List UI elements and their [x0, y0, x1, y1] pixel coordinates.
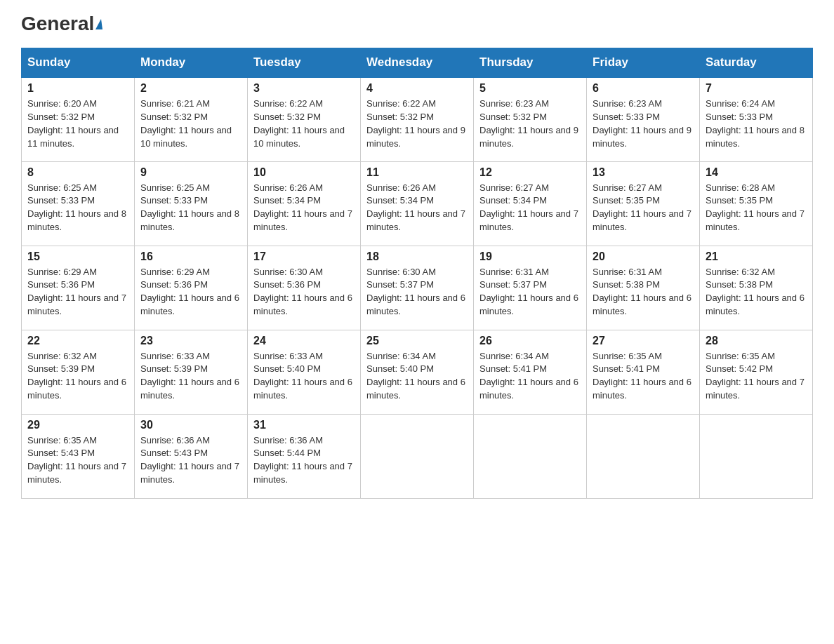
- calendar-cell: 27 Sunrise: 6:35 AMSunset: 5:41 PMDaylig…: [587, 330, 700, 414]
- calendar-week-row: 29 Sunrise: 6:35 AMSunset: 5:43 PMDaylig…: [22, 414, 813, 498]
- day-info: Sunrise: 6:24 AMSunset: 5:33 PMDaylight:…: [706, 98, 805, 149]
- calendar-cell: 2 Sunrise: 6:21 AMSunset: 5:32 PMDayligh…: [135, 77, 248, 161]
- calendar-cell: 28 Sunrise: 6:35 AMSunset: 5:42 PMDaylig…: [700, 330, 813, 414]
- day-info: Sunrise: 6:36 AMSunset: 5:44 PMDaylight:…: [253, 435, 352, 485]
- calendar-cell: 6 Sunrise: 6:23 AMSunset: 5:33 PMDayligh…: [587, 77, 700, 161]
- day-number: 7: [706, 82, 807, 95]
- day-number: 9: [140, 166, 241, 179]
- calendar-cell: 19 Sunrise: 6:31 AMSunset: 5:37 PMDaylig…: [474, 246, 587, 330]
- day-info: Sunrise: 6:31 AMSunset: 5:37 PMDaylight:…: [479, 267, 578, 317]
- calendar-week-row: 8 Sunrise: 6:25 AMSunset: 5:33 PMDayligh…: [22, 161, 813, 246]
- day-info: Sunrise: 6:26 AMSunset: 5:34 PMDaylight:…: [366, 182, 465, 233]
- day-info: Sunrise: 6:20 AMSunset: 5:32 PMDaylight:…: [27, 98, 119, 149]
- calendar-cell: 17 Sunrise: 6:30 AMSunset: 5:36 PMDaylig…: [248, 246, 361, 330]
- day-info: Sunrise: 6:22 AMSunset: 5:32 PMDaylight:…: [253, 98, 345, 149]
- calendar-cell: 20 Sunrise: 6:31 AMSunset: 5:38 PMDaylig…: [587, 246, 700, 330]
- page-header: General: [21, 14, 813, 35]
- day-info: Sunrise: 6:27 AMSunset: 5:34 PMDaylight:…: [479, 182, 578, 233]
- calendar-cell: 22 Sunrise: 6:32 AMSunset: 5:39 PMDaylig…: [22, 330, 135, 414]
- day-info: Sunrise: 6:31 AMSunset: 5:38 PMDaylight:…: [593, 267, 691, 317]
- col-header-friday: Friday: [587, 48, 700, 78]
- calendar-cell: 14 Sunrise: 6:28 AMSunset: 5:35 PMDaylig…: [700, 161, 813, 246]
- day-info: Sunrise: 6:35 AMSunset: 5:41 PMDaylight:…: [593, 351, 691, 401]
- day-number: 22: [27, 335, 128, 347]
- day-info: Sunrise: 6:22 AMSunset: 5:32 PMDaylight:…: [366, 98, 465, 149]
- calendar-cell: [361, 414, 474, 498]
- calendar-cell: 30 Sunrise: 6:36 AMSunset: 5:43 PMDaylig…: [135, 414, 248, 498]
- day-number: 17: [253, 250, 355, 263]
- day-info: Sunrise: 6:35 AMSunset: 5:43 PMDaylight:…: [27, 435, 126, 485]
- day-info: Sunrise: 6:21 AMSunset: 5:32 PMDaylight:…: [140, 98, 232, 149]
- day-number: 23: [140, 335, 241, 347]
- day-number: 24: [253, 335, 355, 347]
- day-number: 30: [140, 419, 241, 431]
- day-info: Sunrise: 6:27 AMSunset: 5:35 PMDaylight:…: [593, 182, 691, 233]
- day-number: 27: [593, 335, 694, 347]
- day-number: 11: [366, 166, 468, 179]
- day-number: 18: [366, 250, 468, 263]
- day-info: Sunrise: 6:30 AMSunset: 5:37 PMDaylight:…: [366, 267, 465, 317]
- calendar-header-row: SundayMondayTuesdayWednesdayThursdayFrid…: [22, 48, 813, 78]
- col-header-monday: Monday: [135, 48, 248, 78]
- day-number: 13: [593, 166, 694, 179]
- day-info: Sunrise: 6:25 AMSunset: 5:33 PMDaylight:…: [140, 182, 239, 233]
- calendar-cell: [587, 414, 700, 498]
- calendar-cell: 9 Sunrise: 6:25 AMSunset: 5:33 PMDayligh…: [135, 161, 248, 246]
- calendar-table: SundayMondayTuesdayWednesdayThursdayFrid…: [21, 48, 813, 499]
- calendar-cell: 1 Sunrise: 6:20 AMSunset: 5:32 PMDayligh…: [22, 77, 135, 161]
- day-number: 25: [366, 335, 468, 347]
- calendar-cell: 24 Sunrise: 6:33 AMSunset: 5:40 PMDaylig…: [248, 330, 361, 414]
- calendar-cell: 29 Sunrise: 6:35 AMSunset: 5:43 PMDaylig…: [22, 414, 135, 498]
- day-number: 31: [253, 419, 355, 431]
- day-number: 6: [593, 82, 694, 95]
- day-info: Sunrise: 6:29 AMSunset: 5:36 PMDaylight:…: [27, 267, 126, 317]
- day-number: 10: [253, 166, 355, 179]
- day-info: Sunrise: 6:34 AMSunset: 5:41 PMDaylight:…: [479, 351, 578, 401]
- day-number: 26: [479, 335, 581, 347]
- calendar-cell: 10 Sunrise: 6:26 AMSunset: 5:34 PMDaylig…: [248, 161, 361, 246]
- logo-line1: General: [21, 14, 102, 34]
- day-info: Sunrise: 6:32 AMSunset: 5:39 PMDaylight:…: [27, 351, 126, 401]
- calendar-week-row: 22 Sunrise: 6:32 AMSunset: 5:39 PMDaylig…: [22, 330, 813, 414]
- calendar-cell: 25 Sunrise: 6:34 AMSunset: 5:40 PMDaylig…: [361, 330, 474, 414]
- calendar-cell: 21 Sunrise: 6:32 AMSunset: 5:38 PMDaylig…: [700, 246, 813, 330]
- calendar-cell: 5 Sunrise: 6:23 AMSunset: 5:32 PMDayligh…: [474, 77, 587, 161]
- day-number: 1: [27, 82, 128, 95]
- day-number: 2: [140, 82, 241, 95]
- day-info: Sunrise: 6:28 AMSunset: 5:35 PMDaylight:…: [706, 182, 805, 233]
- calendar-cell: 16 Sunrise: 6:29 AMSunset: 5:36 PMDaylig…: [135, 246, 248, 330]
- logo: General: [21, 14, 102, 35]
- calendar-cell: 11 Sunrise: 6:26 AMSunset: 5:34 PMDaylig…: [361, 161, 474, 246]
- day-info: Sunrise: 6:26 AMSunset: 5:34 PMDaylight:…: [253, 182, 352, 233]
- day-number: 3: [253, 82, 355, 95]
- col-header-saturday: Saturday: [700, 48, 813, 78]
- day-info: Sunrise: 6:32 AMSunset: 5:38 PMDaylight:…: [706, 267, 805, 317]
- day-number: 20: [593, 250, 694, 263]
- day-number: 29: [27, 419, 128, 431]
- day-info: Sunrise: 6:33 AMSunset: 5:40 PMDaylight:…: [253, 351, 352, 401]
- calendar-cell: 15 Sunrise: 6:29 AMSunset: 5:36 PMDaylig…: [22, 246, 135, 330]
- day-number: 19: [479, 250, 581, 263]
- day-number: 21: [706, 250, 807, 263]
- day-number: 5: [479, 82, 581, 95]
- day-info: Sunrise: 6:25 AMSunset: 5:33 PMDaylight:…: [27, 182, 126, 233]
- col-header-wednesday: Wednesday: [361, 48, 474, 78]
- day-info: Sunrise: 6:30 AMSunset: 5:36 PMDaylight:…: [253, 267, 352, 317]
- calendar-cell: 3 Sunrise: 6:22 AMSunset: 5:32 PMDayligh…: [248, 77, 361, 161]
- calendar-cell: [474, 414, 587, 498]
- day-info: Sunrise: 6:34 AMSunset: 5:40 PMDaylight:…: [366, 351, 465, 401]
- calendar-cell: [700, 414, 813, 498]
- day-info: Sunrise: 6:35 AMSunset: 5:42 PMDaylight:…: [706, 351, 805, 401]
- col-header-thursday: Thursday: [474, 48, 587, 78]
- calendar-cell: 13 Sunrise: 6:27 AMSunset: 5:35 PMDaylig…: [587, 161, 700, 246]
- calendar-week-row: 1 Sunrise: 6:20 AMSunset: 5:32 PMDayligh…: [22, 77, 813, 161]
- day-info: Sunrise: 6:29 AMSunset: 5:36 PMDaylight:…: [140, 267, 239, 317]
- calendar-cell: 18 Sunrise: 6:30 AMSunset: 5:37 PMDaylig…: [361, 246, 474, 330]
- calendar-cell: 8 Sunrise: 6:25 AMSunset: 5:33 PMDayligh…: [22, 161, 135, 246]
- day-number: 12: [479, 166, 581, 179]
- day-number: 8: [27, 166, 128, 179]
- col-header-tuesday: Tuesday: [248, 48, 361, 78]
- day-number: 16: [140, 250, 241, 263]
- day-number: 15: [27, 250, 128, 263]
- day-info: Sunrise: 6:33 AMSunset: 5:39 PMDaylight:…: [140, 351, 239, 401]
